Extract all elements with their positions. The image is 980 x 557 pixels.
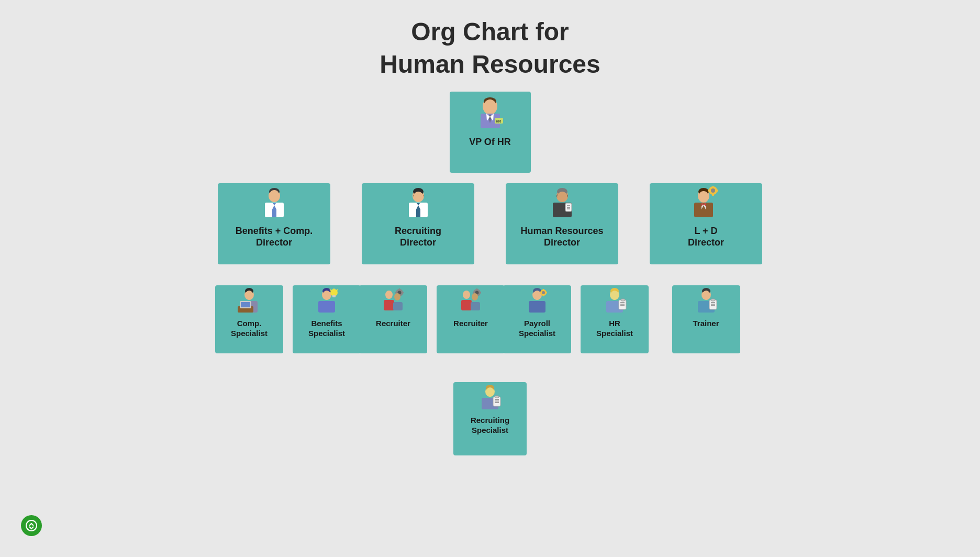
recruiting-director-node: RecruitingDirector bbox=[362, 183, 474, 264]
svg-rect-68 bbox=[712, 193, 714, 196]
svg-line-21 bbox=[393, 353, 432, 373]
svg-point-53 bbox=[557, 192, 567, 202]
svg-rect-145 bbox=[437, 388, 441, 390]
svg-rect-117 bbox=[540, 292, 542, 293]
org-chart: HR VP Of HR Benefits + bbox=[0, 92, 980, 547]
rec-specialists: Recruiter bbox=[359, 285, 505, 353]
benefits-specialist-node: BenefitsSpecialist bbox=[293, 285, 361, 353]
svg-rect-103 bbox=[476, 288, 478, 291]
ld-specialists: Trainer bbox=[672, 285, 740, 353]
r1-label: Recruiter bbox=[372, 316, 415, 334]
hr-specialist-node: HRSpecialist bbox=[581, 285, 649, 353]
svg-rect-108 bbox=[471, 302, 480, 310]
svg-rect-69 bbox=[708, 190, 710, 192]
svg-point-99 bbox=[463, 291, 470, 299]
title-line1: Org Chart for bbox=[411, 18, 569, 46]
svg-text:HR: HR bbox=[496, 119, 501, 123]
rs-label: RecruitingSpecialist bbox=[408, 405, 455, 433]
svg-rect-118 bbox=[545, 292, 547, 293]
vp-label: VP Of HR bbox=[465, 133, 515, 153]
bc-specialists: Comp.Specialist BenefitsSpecialist bbox=[215, 285, 361, 353]
vp-node: HR VP Of HR bbox=[450, 92, 531, 173]
svg-point-75 bbox=[245, 291, 253, 300]
trainer-node: Trainer bbox=[672, 285, 740, 353]
svg-rect-67 bbox=[712, 186, 714, 188]
recruiting-specialist-container: RecruitingSpecialist bbox=[395, 374, 469, 448]
tr-label: Trainer bbox=[688, 316, 723, 334]
r2-label: Recruiter bbox=[449, 316, 492, 334]
svg-point-43 bbox=[413, 192, 424, 202]
svg-rect-70 bbox=[716, 190, 718, 192]
title-line2: Human Resources bbox=[380, 50, 600, 78]
hrd-label: Human ResourcesDirector bbox=[516, 222, 607, 254]
bc-director-label: Benefits + Comp.Director bbox=[231, 222, 317, 254]
svg-point-121 bbox=[610, 291, 619, 300]
svg-rect-132 bbox=[709, 300, 717, 309]
svg-rect-115 bbox=[543, 289, 544, 291]
svg-point-97 bbox=[394, 293, 400, 300]
svg-point-24 bbox=[484, 99, 496, 113]
ld-label: L + DDirector bbox=[684, 222, 728, 254]
bottom-logo bbox=[21, 515, 42, 536]
svg-point-89 bbox=[385, 291, 393, 299]
svg-point-61 bbox=[698, 191, 709, 203]
svg-line-87 bbox=[337, 289, 338, 291]
svg-rect-100 bbox=[461, 300, 472, 310]
svg-point-139 bbox=[428, 380, 436, 389]
vp-icon: HR bbox=[473, 95, 507, 133]
svg-line-88 bbox=[330, 289, 331, 291]
svg-rect-141 bbox=[435, 389, 442, 398]
page-title: Org Chart for Human Resources bbox=[0, 0, 980, 92]
rd-label: RecruitingDirector bbox=[391, 222, 446, 254]
svg-rect-83 bbox=[318, 301, 335, 313]
svg-point-114 bbox=[542, 291, 545, 294]
ld-director-node: L + DDirector bbox=[650, 183, 762, 264]
svg-rect-62 bbox=[694, 203, 713, 217]
svg-rect-93 bbox=[399, 288, 400, 291]
svg-rect-96 bbox=[402, 292, 404, 293]
bs-label: BenefitsSpecialist bbox=[304, 316, 349, 344]
payroll-specialist-node: PayrollSpecialist bbox=[503, 285, 571, 353]
hrs-label: HRSpecialist bbox=[592, 316, 637, 344]
svg-rect-106 bbox=[479, 292, 481, 293]
svg-rect-116 bbox=[543, 294, 544, 296]
recruiter2-node: Recruiter bbox=[437, 285, 505, 353]
recruiting-specialist-node: RecruitingSpecialist bbox=[395, 374, 469, 448]
svg-rect-98 bbox=[393, 302, 403, 310]
hr-director-node: Human ResourcesDirector bbox=[506, 183, 618, 264]
svg-rect-136 bbox=[711, 299, 715, 301]
svg-point-107 bbox=[472, 293, 478, 300]
comp-specialist-node: Comp.Specialist bbox=[215, 285, 283, 353]
svg-rect-123 bbox=[619, 300, 626, 309]
cs-label: Comp.Specialist bbox=[227, 316, 272, 344]
ps-label: PayrollSpecialist bbox=[515, 316, 560, 344]
svg-point-82 bbox=[322, 291, 331, 300]
recruiter1-node: Recruiter bbox=[359, 285, 427, 353]
svg-rect-90 bbox=[384, 300, 394, 310]
svg-point-33 bbox=[269, 190, 280, 202]
svg-rect-112 bbox=[529, 301, 545, 313]
svg-rect-85 bbox=[332, 295, 336, 297]
benefits-comp-director-node: Benefits + Comp.Director bbox=[218, 183, 330, 264]
svg-point-130 bbox=[702, 291, 710, 300]
hr-specialists: PayrollSpecialist HRSpecialist bbox=[503, 285, 649, 353]
svg-rect-79 bbox=[241, 302, 250, 307]
svg-rect-127 bbox=[621, 299, 625, 301]
svg-point-66 bbox=[711, 188, 715, 193]
